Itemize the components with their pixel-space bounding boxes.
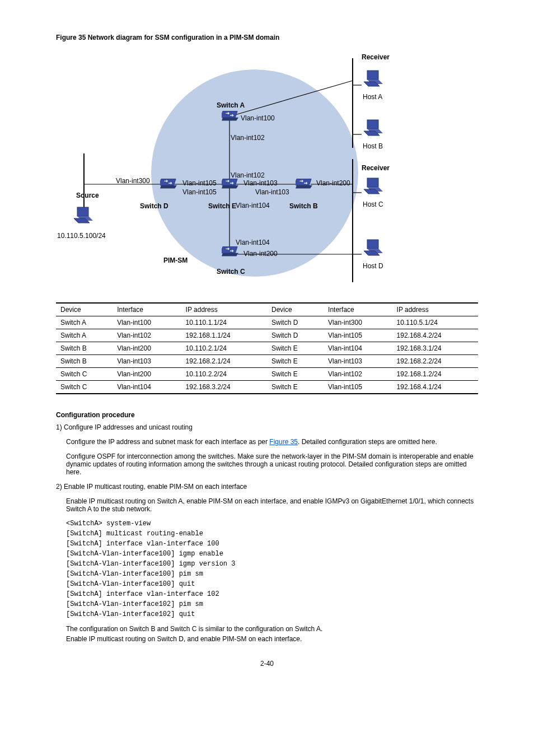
- cmd-9: [SwitchA-Vlan-interface102] pim sm: [66, 600, 478, 608]
- table-cell: 192.168.4.2/24: [392, 329, 478, 342]
- cmd-6: [SwitchA-Vlan-interface100] pim sm: [66, 570, 478, 578]
- table-cell: Switch C: [56, 381, 113, 394]
- page-number: 2-40: [56, 660, 478, 668]
- source-label: Source: [76, 192, 99, 199]
- vlan-int200-b-label: Vlan-int200: [316, 179, 350, 187]
- switch-e-icon: [222, 178, 238, 190]
- step-2: 2) Enable IP multicast routing, enable P…: [66, 483, 478, 491]
- switch-c-icon: [222, 245, 238, 258]
- table-cell: 192.168.2.2/24: [392, 355, 478, 368]
- source-icon: [73, 206, 95, 226]
- vlan-int104-c-label: Vlan-int104: [236, 239, 270, 246]
- host-c-icon: [363, 177, 385, 197]
- table-cell: Switch E: [267, 355, 324, 368]
- host-d-label: Host D: [363, 262, 383, 270]
- cmd-10: [SwitchA-Vlan-interface102] quit: [66, 610, 478, 618]
- table-cell: 192.168.1.2/24: [392, 368, 478, 381]
- col-device2: Device: [267, 303, 324, 316]
- table-cell: Vlan-int103: [324, 355, 392, 368]
- figure-caption: Figure 35 Network diagram for SSM config…: [56, 34, 478, 41]
- svg-rect-16: [367, 71, 378, 80]
- col-device: Device: [56, 303, 113, 316]
- svg-line-1: [229, 81, 353, 116]
- table-cell: 10.110.2.1/24: [181, 342, 267, 355]
- table-cell: Switch E: [267, 368, 324, 381]
- table-row: Switch CVlan-int104192.168.3.2/24Switch …: [56, 381, 478, 394]
- table-cell: 192.168.3.1/24: [392, 342, 478, 355]
- table-cell: Switch D: [267, 316, 324, 329]
- vlan-int100-label: Vlan-int100: [241, 114, 275, 122]
- table-cell: Vlan-int300: [324, 316, 392, 329]
- table-cell: Switch B: [56, 342, 113, 355]
- table-cell: Switch E: [267, 342, 324, 355]
- vlan-int102-a-label: Vlan-int102: [231, 134, 265, 142]
- pim-sm-label: PIM-SM: [163, 256, 188, 264]
- switch-e-label: Switch E: [208, 202, 236, 210]
- switch-d-icon: [160, 178, 177, 190]
- host-b-icon: [363, 119, 385, 139]
- switch-a-label: Switch A: [217, 101, 245, 109]
- host-c-label: Host C: [363, 200, 383, 208]
- network-diagram: Receiver Host A Host B Receiver Host C H…: [56, 47, 476, 293]
- table-cell: 10.110.1.1/24: [181, 316, 267, 329]
- note-2: Enable IP multicast routing on Switch D,…: [66, 635, 478, 643]
- procedure-title: Configuration procedure: [56, 411, 478, 419]
- source-ip-label: 10.110.5.100/24: [57, 232, 106, 240]
- table-cell: Vlan-int100: [113, 316, 181, 329]
- table-cell: Vlan-int200: [113, 342, 181, 355]
- figure-link[interactable]: Figure 35: [269, 438, 298, 446]
- step-2-desc: Enable IP multicast routing on Switch A,…: [66, 497, 478, 513]
- note-1: The configuration on Switch B and Switch…: [66, 625, 478, 633]
- table-cell: Vlan-int103: [113, 355, 181, 368]
- table-cell: 192.168.3.2/24: [181, 381, 267, 394]
- vlan-int103-b-label: Vlan-int103: [255, 188, 289, 196]
- host-a-icon: [363, 69, 385, 90]
- switch-c-label: Switch C: [217, 268, 245, 276]
- table-cell: Switch E: [267, 381, 324, 394]
- switch-b-icon: [296, 178, 312, 190]
- table-cell: Vlan-int200: [113, 368, 181, 381]
- table-row: Switch CVlan-int20010.110.2.2/24Switch E…: [56, 368, 478, 381]
- vlan-int103-e-label: Vlan-int103: [243, 179, 278, 187]
- vlan-int105-d-label: Vlan-int105: [182, 179, 217, 187]
- table-cell: 192.168.2.1/24: [181, 355, 267, 368]
- table-row: Switch BVlan-int20010.110.2.1/24Switch E…: [56, 342, 478, 355]
- svg-rect-28: [77, 207, 88, 216]
- cmd-1: <SwitchA> system-view: [66, 520, 478, 528]
- interface-table: Device Interface IP address Device Inter…: [56, 302, 478, 394]
- switch-a-icon: [222, 110, 238, 122]
- table-cell: Switch B: [56, 355, 113, 368]
- table-cell: Vlan-int102: [113, 329, 181, 342]
- cmd-4: [SwitchA-Vlan-interface100] igmp enable: [66, 550, 478, 558]
- col-interface: Interface: [113, 303, 181, 316]
- step-1: 1) Configure IP addresses and unicast ro…: [66, 423, 478, 431]
- cmd-2: [SwitchA] multicast routing-enable: [66, 530, 478, 538]
- step-1-desc-2: Configure OSPF for interconnection among…: [66, 452, 478, 476]
- table-cell: 10.110.5.1/24: [392, 316, 478, 329]
- receiver-label: Receiver: [362, 53, 390, 61]
- table-row: Switch BVlan-int103192.168.2.1/24Switch …: [56, 355, 478, 368]
- svg-rect-19: [367, 120, 378, 129]
- vlan-int104-e-label: Vlan-int104: [236, 202, 270, 209]
- receiver-label-2: Receiver: [362, 164, 390, 172]
- switch-b-label: Switch B: [289, 202, 318, 210]
- vlan-int105-e-label: Vlan-int105: [182, 188, 217, 196]
- cmd-8: [SwitchA] interface vlan-interface 102: [66, 590, 478, 598]
- table-cell: Switch A: [56, 316, 113, 329]
- table-cell: Vlan-int102: [324, 368, 392, 381]
- table-row: Switch AVlan-int10010.110.1.1/24Switch D…: [56, 316, 478, 329]
- svg-rect-22: [367, 178, 378, 187]
- table-cell: Switch A: [56, 329, 113, 342]
- table-cell: Vlan-int105: [324, 329, 392, 342]
- vlan-int102-e-label: Vlan-int102: [231, 171, 265, 179]
- table-cell: 10.110.2.2/24: [181, 368, 267, 381]
- col-ip: IP address: [181, 303, 267, 316]
- cmd-3: [SwitchA] interface vlan-interface 100: [66, 540, 478, 548]
- table-cell: Switch D: [267, 329, 324, 342]
- table-cell: Vlan-int104: [324, 342, 392, 355]
- svg-rect-25: [367, 240, 378, 249]
- table-cell: 192.168.4.1/24: [392, 381, 478, 394]
- col-ip2: IP address: [392, 303, 478, 316]
- table-cell: Vlan-int105: [324, 381, 392, 394]
- cmd-5: [SwitchA-Vlan-interface100] igmp version…: [66, 560, 478, 568]
